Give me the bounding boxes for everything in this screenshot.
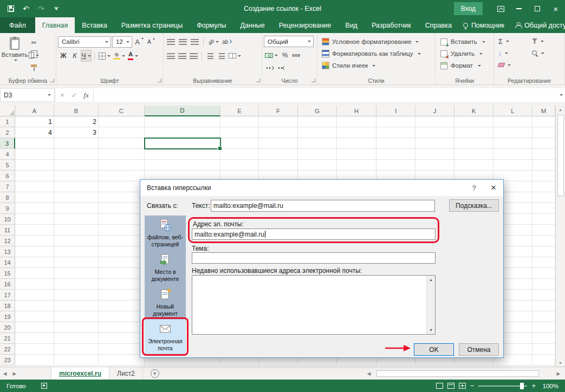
link-to-file-webpage-option[interactable]: файлом, веб-страницей [145, 215, 186, 250]
wrap-text-button[interactable]: ab [221, 36, 232, 48]
zoom-out-button[interactable]: − [470, 382, 475, 390]
cell-M6[interactable] [532, 171, 555, 181]
formula-bar-expand-button[interactable] [555, 88, 565, 102]
column-header-A[interactable]: A [15, 106, 54, 116]
cell-M10[interactable] [532, 214, 555, 225]
cell-B7[interactable] [54, 181, 99, 192]
decrease-decimal-button[interactable] [276, 62, 287, 74]
cell-K1[interactable] [454, 116, 493, 127]
cell-B13[interactable] [54, 246, 99, 257]
cell-A11[interactable] [15, 225, 54, 236]
cell-C21[interactable] [99, 333, 145, 344]
cell-B15[interactable] [54, 268, 99, 279]
close-button[interactable]: × [547, 0, 565, 17]
cell-F1[interactable] [259, 116, 298, 127]
increase-font-size-button[interactable]: А [133, 36, 144, 48]
screentip-button[interactable]: Подсказка... [449, 199, 499, 212]
comma-style-button[interactable]: 000 [291, 49, 302, 61]
cell-A7[interactable] [15, 181, 54, 192]
sheet-tab-list2[interactable]: Лист2 [109, 367, 143, 380]
row-header-1[interactable]: 1 [0, 116, 15, 127]
cut-button[interactable]: ✂ [28, 37, 40, 49]
cell-H4[interactable] [337, 149, 376, 160]
signin-button[interactable]: Вход [454, 2, 483, 15]
cell-G1[interactable] [298, 116, 337, 127]
cell-A20[interactable] [15, 322, 54, 333]
cell-F5[interactable] [259, 160, 298, 171]
tab-page-layout[interactable]: Разметка страницы [114, 17, 190, 33]
cell-B6[interactable] [54, 171, 99, 181]
cell-C18[interactable] [99, 300, 145, 311]
tab-formulas[interactable]: Формулы [190, 17, 233, 33]
cell-M18[interactable] [532, 300, 555, 311]
cell-J2[interactable] [415, 127, 454, 138]
format-cells-button[interactable]: Формат [437, 60, 492, 71]
cell-J3[interactable] [415, 138, 454, 149]
tab-home[interactable]: Главная [35, 17, 75, 33]
cell-M3[interactable] [532, 138, 555, 149]
tab-help[interactable]: Справка [418, 17, 459, 33]
cell-G5[interactable] [298, 160, 337, 171]
hscroll-left-arrow[interactable]: ◀ [365, 371, 373, 376]
cell-H5[interactable] [337, 160, 376, 171]
page-layout-view-button[interactable] [447, 383, 454, 389]
cell-L2[interactable] [493, 127, 532, 138]
cell-B10[interactable] [54, 214, 99, 225]
cell-B18[interactable] [54, 300, 99, 311]
borders-button[interactable] [98, 50, 112, 62]
delete-cells-button[interactable]: Удалить [437, 48, 492, 60]
redo-button[interactable]: ↷ [34, 1, 49, 16]
cell-G2[interactable] [298, 127, 337, 138]
cell-M9[interactable] [532, 203, 555, 214]
cancel-button[interactable]: Отмена [459, 343, 499, 356]
tab-view[interactable]: Вид [338, 17, 365, 33]
zoom-slider[interactable] [478, 386, 527, 387]
hscroll-right-arrow[interactable]: ▶ [554, 371, 563, 376]
cell-A6[interactable] [15, 171, 54, 181]
cell-M7[interactable] [532, 181, 555, 192]
cell-M16[interactable] [532, 279, 555, 290]
cell-M14[interactable] [532, 257, 555, 268]
number-dialog-launcher[interactable] [311, 78, 316, 83]
sort-filter-button[interactable] [529, 38, 563, 44]
cell-B23[interactable] [54, 355, 99, 365]
underline-button[interactable]: Ч [81, 50, 92, 62]
cell-F4[interactable] [259, 149, 298, 160]
row-header-5[interactable]: 5 [0, 160, 15, 171]
cell-C14[interactable] [99, 257, 145, 268]
cell-F3[interactable] [259, 138, 298, 149]
cell-A23[interactable] [15, 355, 54, 365]
merge-center-button[interactable] [228, 50, 242, 62]
tab-developer[interactable]: Разработчик [365, 17, 418, 33]
cell-styles-button[interactable]: Стили ячеек [319, 60, 433, 71]
row-header-3[interactable]: 3 [0, 138, 15, 149]
qat-customize-button[interactable] [49, 1, 64, 16]
zoom-in-button[interactable]: + [531, 382, 536, 390]
dialog-close-button[interactable]: × [484, 180, 503, 196]
cell-C20[interactable] [99, 322, 145, 333]
cell-J1[interactable] [415, 116, 454, 127]
autosum-button[interactable]: Σ [496, 37, 529, 45]
cell-I5[interactable] [376, 160, 415, 171]
cell-J5[interactable] [415, 160, 454, 171]
align-middle-button[interactable] [177, 36, 188, 48]
cell-B14[interactable] [54, 257, 99, 268]
column-header-D[interactable]: D [145, 106, 220, 116]
scroll-down-arrow[interactable]: ▼ [558, 359, 562, 367]
cell-D1[interactable] [145, 116, 220, 127]
cell-C6[interactable] [99, 171, 145, 181]
cell-A18[interactable] [15, 300, 54, 311]
cell-B5[interactable] [54, 160, 99, 171]
align-left-button[interactable] [165, 50, 176, 62]
increase-indent-button[interactable] [216, 50, 227, 62]
listbox-scrollbar[interactable]: ▲ ▼ [426, 276, 435, 334]
decrease-font-size-button[interactable]: А [145, 36, 156, 48]
cell-M2[interactable] [532, 127, 555, 138]
sheet-nav-right-button[interactable]: ▶ [10, 371, 20, 376]
column-header-L[interactable]: L [493, 106, 532, 116]
macro-record-icon[interactable] [41, 383, 47, 389]
cell-E3[interactable] [220, 138, 259, 149]
align-bottom-button[interactable] [189, 36, 200, 48]
percent-style-button[interactable]: % [280, 49, 290, 61]
cell-B3[interactable] [54, 138, 99, 149]
